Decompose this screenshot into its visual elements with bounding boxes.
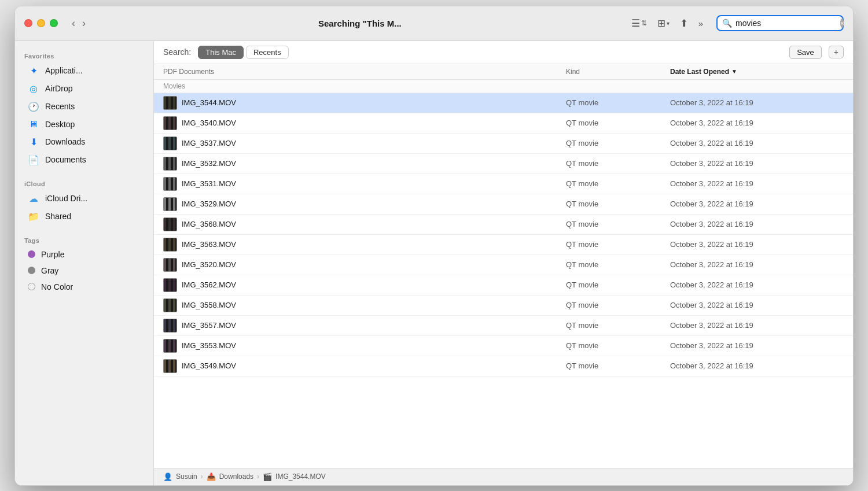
file-thumbnail bbox=[163, 278, 177, 292]
file-name-cell: IMG_3537.MOV bbox=[163, 136, 566, 150]
file-date: October 3, 2022 at 16:19 bbox=[670, 220, 844, 228]
table-row[interactable]: IMG_3558.MOV QT movie October 3, 2022 at… bbox=[154, 296, 853, 316]
scope-this-mac-button[interactable]: This Mac bbox=[198, 46, 244, 59]
sidebar-item-tag-purple[interactable]: Purple bbox=[19, 246, 150, 263]
add-search-filter-button[interactable]: + bbox=[829, 46, 844, 58]
file-name: IMG_3563.MOV bbox=[182, 240, 236, 249]
file-kind: QT movie bbox=[566, 301, 670, 309]
purple-tag-dot bbox=[28, 250, 35, 258]
sidebar-item-icloud-drive[interactable]: ☁ iCloud Dri... bbox=[19, 190, 150, 208]
search-scope-bar: Search: This Mac Recents Save + bbox=[154, 41, 853, 64]
sidebar-item-label-desktop: Desktop bbox=[45, 120, 75, 129]
more-button[interactable]: » bbox=[697, 17, 705, 30]
table-row[interactable]: IMG_3568.MOV QT movie October 3, 2022 at… bbox=[154, 215, 853, 235]
grid-icon: ⊞ bbox=[657, 17, 665, 29]
minimize-button[interactable] bbox=[37, 19, 45, 27]
titlebar: ‹ › Searching "This M... ☰ ⇅ ⊞ ▾ ⬆ » 🔍 × bbox=[15, 6, 853, 41]
col-header-date[interactable]: Date Last Opened ▼ bbox=[670, 68, 844, 76]
table-row[interactable]: IMG_3532.MOV QT movie October 3, 2022 at… bbox=[154, 154, 853, 174]
status-bar: 👤 Susuin › 📥 Downloads › 🎬 IMG_3544.MOV bbox=[154, 468, 853, 485]
col-header-kind[interactable]: Kind bbox=[566, 68, 670, 76]
table-row[interactable]: IMG_3549.MOV QT movie October 3, 2022 at… bbox=[154, 356, 853, 376]
table-row[interactable]: IMG_3540.MOV QT movie October 3, 2022 at… bbox=[154, 113, 853, 134]
file-thumbnail bbox=[163, 116, 177, 130]
file-kind: QT movie bbox=[566, 220, 670, 228]
file-name-cell: IMG_3563.MOV bbox=[163, 238, 566, 252]
file-table: PDF Documents Kind Date Last Opened ▼ Mo… bbox=[154, 64, 853, 468]
recents-icon: 🕐 bbox=[28, 101, 39, 112]
file-name: IMG_3557.MOV bbox=[182, 321, 236, 330]
sidebar-item-documents[interactable]: 📄 Documents bbox=[19, 151, 150, 169]
sidebar-item-airdrop[interactable]: ◎ AirDrop bbox=[19, 80, 150, 98]
share-button[interactable]: ⬆ bbox=[678, 16, 690, 31]
icloud-header: iCloud bbox=[15, 176, 153, 190]
search-clear-button[interactable]: × bbox=[840, 19, 844, 28]
table-row[interactable]: IMG_3529.MOV QT movie October 3, 2022 at… bbox=[154, 194, 853, 215]
save-search-button[interactable]: Save bbox=[789, 46, 822, 59]
sidebar-item-tag-no-color[interactable]: No Color bbox=[19, 279, 150, 295]
breadcrumb-user[interactable]: Susuin bbox=[176, 472, 197, 481]
sidebar-item-label-gray: Gray bbox=[41, 266, 58, 275]
file-date: October 3, 2022 at 16:19 bbox=[670, 280, 844, 289]
table-row[interactable]: IMG_3531.MOV QT movie October 3, 2022 at… bbox=[154, 174, 853, 194]
file-thumbnail bbox=[163, 157, 177, 171]
file-date: October 3, 2022 at 16:19 bbox=[670, 179, 844, 188]
file-date: October 3, 2022 at 16:19 bbox=[670, 341, 844, 350]
scope-recents-button[interactable]: Recents bbox=[246, 46, 289, 59]
table-row[interactable]: IMG_3553.MOV QT movie October 3, 2022 at… bbox=[154, 336, 853, 356]
file-thumbnail bbox=[163, 177, 177, 191]
sidebar-item-shared[interactable]: 📁 Shared bbox=[19, 208, 150, 226]
window-title: Searching "This M... bbox=[97, 19, 623, 28]
file-name-cell: IMG_3553.MOV bbox=[163, 339, 566, 353]
file-date: October 3, 2022 at 16:19 bbox=[670, 139, 844, 147]
breadcrumb-downloads[interactable]: Downloads bbox=[219, 472, 253, 481]
forward-button[interactable]: › bbox=[80, 17, 88, 29]
breadcrumb-user-label: Susuin bbox=[176, 472, 197, 481]
sidebar-item-applications[interactable]: ✦ Applicati... bbox=[19, 62, 150, 80]
table-row[interactable]: IMG_3563.MOV QT movie October 3, 2022 at… bbox=[154, 235, 853, 255]
sidebar-item-label-documents: Documents bbox=[45, 155, 86, 164]
file-date: October 3, 2022 at 16:19 bbox=[670, 321, 844, 330]
list-view-button[interactable]: ☰ ⇅ bbox=[630, 16, 649, 31]
sidebar: Favorites ✦ Applicati... ◎ AirDrop 🕐 Rec… bbox=[15, 41, 154, 485]
file-kind: QT movie bbox=[566, 179, 670, 188]
sidebar-item-desktop[interactable]: 🖥 Desktop bbox=[19, 116, 150, 133]
file-date: October 3, 2022 at 16:19 bbox=[670, 159, 844, 168]
sidebar-item-recents[interactable]: 🕐 Recents bbox=[19, 98, 150, 116]
file-thumbnail bbox=[163, 359, 177, 373]
table-row[interactable]: IMG_3520.MOV QT movie October 3, 2022 at… bbox=[154, 255, 853, 275]
sort-arrow-icon: ▼ bbox=[731, 68, 737, 75]
file-date: October 3, 2022 at 16:19 bbox=[670, 200, 844, 208]
close-button[interactable] bbox=[24, 19, 32, 27]
table-row[interactable]: IMG_3537.MOV QT movie October 3, 2022 at… bbox=[154, 134, 853, 154]
file-thumbnail bbox=[163, 136, 177, 150]
file-name-cell: IMG_3529.MOV bbox=[163, 197, 566, 211]
file-name-cell: IMG_3532.MOV bbox=[163, 157, 566, 171]
file-date: October 3, 2022 at 16:19 bbox=[670, 119, 844, 127]
file-name-cell: IMG_3549.MOV bbox=[163, 359, 566, 373]
back-button[interactable]: ‹ bbox=[69, 17, 78, 29]
file-date: October 3, 2022 at 16:19 bbox=[670, 260, 844, 269]
search-input[interactable] bbox=[735, 19, 837, 28]
share-icon: ⬆ bbox=[680, 17, 688, 29]
tags-header: Tags bbox=[15, 232, 153, 246]
file-name: IMG_3568.MOV bbox=[182, 220, 236, 228]
table-row[interactable]: IMG_3544.MOV QT movie October 3, 2022 at… bbox=[154, 93, 853, 113]
breadcrumb-file[interactable]: IMG_3544.MOV bbox=[275, 472, 326, 481]
file-name-cell: IMG_3568.MOV bbox=[163, 217, 566, 231]
sidebar-item-tag-gray[interactable]: Gray bbox=[19, 263, 150, 279]
sidebar-item-label-icloud-drive: iCloud Dri... bbox=[45, 194, 87, 203]
sidebar-item-label-downloads: Downloads bbox=[45, 137, 85, 146]
file-kind: QT movie bbox=[566, 341, 670, 350]
table-row[interactable]: IMG_3557.MOV QT movie October 3, 2022 at… bbox=[154, 316, 853, 336]
breadcrumb-downloads-icon: 📥 bbox=[207, 472, 216, 481]
table-row[interactable]: IMG_3562.MOV QT movie October 3, 2022 at… bbox=[154, 275, 853, 296]
icloud-drive-icon: ☁ bbox=[28, 193, 39, 204]
file-rows-container: IMG_3544.MOV QT movie October 3, 2022 at… bbox=[154, 93, 853, 376]
file-name: IMG_3532.MOV bbox=[182, 159, 236, 168]
sidebar-item-downloads[interactable]: ⬇ Downloads bbox=[19, 133, 150, 151]
grid-view-button[interactable]: ⊞ ▾ bbox=[656, 16, 671, 31]
fullscreen-button[interactable] bbox=[50, 19, 58, 27]
col-header-name[interactable]: PDF Documents bbox=[163, 68, 566, 76]
file-kind: QT movie bbox=[566, 361, 670, 370]
